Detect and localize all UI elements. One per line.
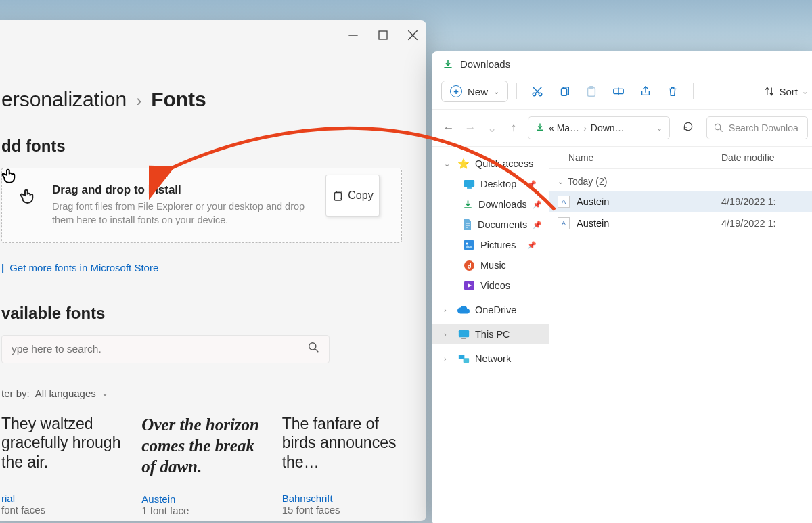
breadcrumb-current: Fonts: [151, 88, 206, 111]
minimize-button[interactable]: [348, 30, 359, 41]
refresh-button[interactable]: [677, 121, 700, 135]
explorer-toolbar: + New ⌄ Sort ⌄: [432, 76, 812, 110]
svg-point-7: [533, 93, 536, 96]
tree-downloads[interactable]: Downloads 📌: [432, 194, 549, 214]
group-header[interactable]: ⌄ Today (2): [549, 169, 812, 191]
breadcrumb-parent[interactable]: ersonalization: [1, 88, 127, 111]
new-button[interactable]: + New ⌄: [441, 81, 508, 102]
font-faces: 15 font faces: [282, 504, 402, 516]
file-date: 4/19/2022 1:: [721, 218, 809, 229]
svg-rect-4: [335, 193, 342, 201]
copy-button[interactable]: [552, 81, 577, 102]
recent-button[interactable]: ⌄: [484, 121, 499, 135]
tree-network[interactable]: › Network: [432, 348, 549, 369]
tree-quick-access[interactable]: ⌄ ⭐ Quick access: [432, 154, 549, 174]
file-name: Austein: [577, 218, 721, 229]
font-card-list: They waltzed gracefully hrough the air. …: [1, 414, 402, 517]
tree-label: This PC: [475, 329, 510, 340]
cut-button[interactable]: [525, 81, 549, 102]
font-name: rial: [1, 493, 121, 504]
settings-window: ersonalization › Fonts dd fonts Drag and…: [0, 20, 426, 521]
desktop-icon: [463, 178, 475, 190]
separator: [516, 83, 517, 99]
cursor-icon: [0, 166, 20, 189]
back-button[interactable]: ←: [441, 121, 456, 135]
tree-label: Documents: [478, 219, 527, 230]
store-link[interactable]: Get more fonts in Microsoft Store: [1, 262, 158, 273]
tree-onedrive[interactable]: › OneDrive: [432, 300, 549, 320]
sort-button[interactable]: Sort ⌄: [764, 86, 808, 97]
tree-this-pc[interactable]: › This PC: [432, 324, 549, 344]
close-button[interactable]: [407, 30, 418, 41]
font-search-input[interactable]: [12, 343, 308, 355]
font-faces: font faces: [1, 504, 121, 516]
downloads-icon: [443, 59, 453, 70]
close-icon: [407, 30, 418, 41]
col-name[interactable]: Name: [558, 152, 721, 163]
font-faces: 1 font face: [141, 505, 261, 516]
svg-point-19: [466, 242, 468, 244]
font-sample: Over the horizon comes the break of dawn…: [141, 414, 261, 478]
filter-label: ter by:: [1, 388, 30, 399]
plus-icon: +: [450, 85, 462, 97]
column-headers: Name Date modifie: [549, 147, 812, 169]
font-search[interactable]: [1, 335, 330, 363]
downloads-icon: [463, 198, 473, 210]
col-date[interactable]: Date modifie: [721, 152, 809, 163]
new-label: New: [468, 86, 488, 97]
window-controls: [348, 30, 418, 41]
dropzone-desc: Drag font files from File Explorer or yo…: [52, 200, 316, 227]
svg-line-15: [720, 129, 723, 132]
tree-label: Pictures: [480, 240, 516, 250]
tree-desktop[interactable]: Desktop 📌: [432, 174, 549, 194]
up-button[interactable]: ↑: [506, 121, 521, 135]
path-seg[interactable]: « Ma…: [549, 122, 579, 133]
font-sample: They waltzed gracefully hrough the air.: [1, 414, 121, 476]
font-card[interactable]: Over the horizon comes the break of dawn…: [141, 414, 261, 517]
explorer-path-bar: ← → ⌄ ↑ « Ma… › Down… ⌄ Search Downloa: [432, 110, 812, 147]
drag-hand-icon: [18, 186, 40, 211]
tree-pictures[interactable]: Pictures 📌: [432, 235, 549, 255]
network-icon: [457, 353, 470, 365]
tree-label: Downloads: [478, 199, 527, 210]
filter-row[interactable]: ter by: All languages ⌄: [1, 388, 402, 399]
group-label: Today (2): [568, 176, 607, 187]
expander-icon[interactable]: ⌄: [444, 160, 452, 168]
path-seg[interactable]: Down…: [591, 122, 625, 133]
file-date: 4/19/2022 1:: [721, 196, 809, 207]
expander-icon[interactable]: ›: [444, 306, 452, 314]
file-row[interactable]: A Austein 4/19/2022 1:: [549, 191, 812, 212]
expander-icon[interactable]: ›: [444, 355, 452, 363]
file-name: Austein: [577, 196, 721, 207]
music-icon: [463, 259, 475, 271]
pin-icon: 📌: [533, 221, 549, 229]
address-bar[interactable]: « Ma… › Down… ⌄: [528, 116, 670, 139]
font-name: Bahnschrift: [282, 493, 402, 504]
tree-music[interactable]: Music: [432, 255, 549, 275]
expander-icon[interactable]: ›: [444, 330, 452, 338]
rename-button[interactable]: [606, 81, 631, 102]
search-icon: [714, 123, 723, 133]
explorer-search[interactable]: Search Downloa: [706, 116, 808, 139]
chevron-down-icon[interactable]: ⌄: [656, 124, 662, 133]
share-button[interactable]: [633, 81, 658, 102]
nav-tree: ⌄ ⭐ Quick access Desktop 📌 Downloads 📌 D…: [432, 147, 549, 523]
chevron-down-icon: ⌄: [802, 87, 808, 96]
add-fonts-heading: dd fonts: [1, 137, 402, 156]
tree-label: Videos: [480, 280, 510, 291]
delete-button[interactable]: [660, 81, 685, 102]
font-card[interactable]: They waltzed gracefully hrough the air. …: [1, 414, 121, 517]
this-pc-icon: [457, 328, 470, 340]
file-row[interactable]: A Austein 4/19/2022 1:: [549, 212, 812, 234]
tree-documents[interactable]: Documents 📌: [432, 214, 549, 235]
tree-videos[interactable]: Videos: [432, 275, 549, 296]
maximize-button[interactable]: [378, 30, 388, 41]
maximize-icon: [378, 30, 388, 41]
minimize-icon: [348, 30, 359, 41]
separator: [693, 83, 694, 99]
font-card[interactable]: The fanfare of birds announces the… Bahn…: [282, 414, 402, 517]
videos-icon: [463, 279, 475, 292]
chevron-right-icon: ›: [136, 91, 141, 110]
expander-icon[interactable]: ⌄: [558, 177, 564, 186]
font-dropzone[interactable]: Drag and drop to install Drag font files…: [1, 168, 402, 243]
